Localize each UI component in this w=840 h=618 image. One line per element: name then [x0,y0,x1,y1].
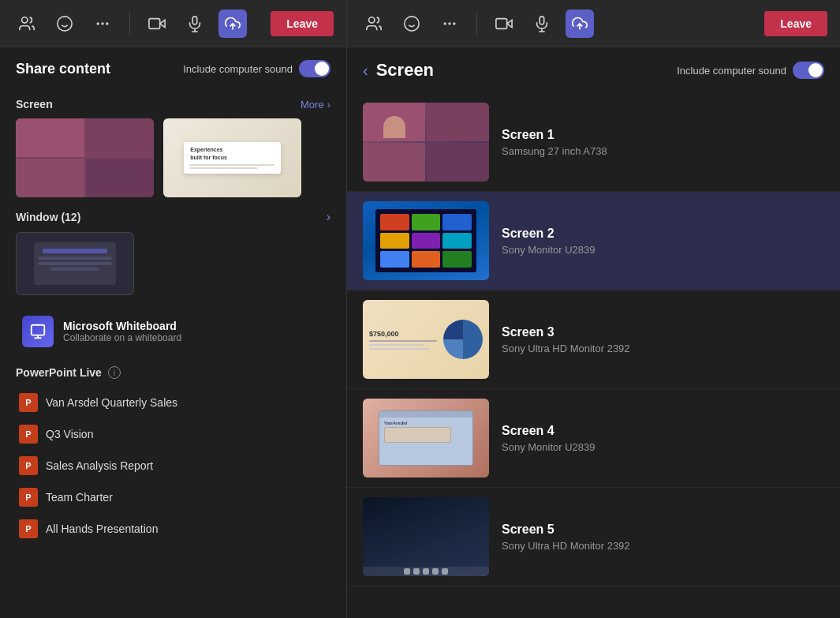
whiteboard-icon [22,316,54,347]
ppt-item-2[interactable]: P Sales Analysis Report [16,450,330,481]
svg-point-4 [97,22,99,24]
screen-name-2: Screen 2 [502,227,824,241]
whiteboard-title: Microsoft Whiteboard [63,320,181,332]
window-section-title: Window (12) [16,211,80,223]
right-leave-button[interactable]: Leave [764,11,827,36]
whiteboard-subtitle: Collaborate on a whiteboard [63,332,181,343]
svg-point-1 [58,16,72,30]
more-options-icon[interactable] [88,9,117,38]
mic-icon[interactable] [181,9,209,38]
screen-info-3: Screen 3 Sony Ultra HD Monitor 2392 [502,325,824,354]
screen-preview-1 [363,103,489,182]
screen-name-3: Screen 3 [502,325,824,339]
people-icon[interactable] [13,9,41,38]
back-arrow-icon[interactable]: ‹ [363,62,368,80]
screen-item-1[interactable]: Screen 1 Samsung 27 inch A738 [347,93,840,192]
ppt-item-3[interactable]: P Team Charter [16,481,330,513]
right-include-sound-toggle[interactable] [793,62,824,79]
share-screen-icon[interactable] [218,9,247,38]
screen-section-title: Screen [376,60,434,81]
screen-info-2: Screen 2 Sony Monitor U2839 [502,227,824,256]
share-content-title: Share content [16,61,110,77]
window-thumbnail[interactable] [16,232,134,295]
screen-info-5: Screen 5 Sony Ultra HD Monitor 2392 [502,522,824,552]
screen-thumb-2[interactable]: Experiences built for focus [163,118,301,197]
screen-name-4: Screen 4 [502,424,824,438]
window-section-header[interactable]: Window (12) › [16,210,330,224]
svg-point-20 [444,22,446,24]
screen-back-header: ‹ Screen Include computer sound [347,47,840,93]
screen-info-1: Screen 1 Samsung 27 inch A738 [502,128,824,157]
screen-list: Screen 1 Samsung 27 inch A738 [347,93,840,618]
svg-marker-23 [507,20,512,27]
mac-desktop [363,497,489,576]
back-title-group: ‹ Screen [363,60,434,81]
svg-rect-8 [149,18,160,28]
svg-point-22 [453,22,455,24]
right-people-icon[interactable] [360,9,388,38]
screen-desc-2: Sony Monitor U2839 [502,244,824,256]
right-mic-icon[interactable] [528,9,556,38]
whiteboard-item[interactable]: Microsoft Whiteboard Collaborate on a wh… [16,308,330,355]
screen-desc-3: Sony Ultra HD Monitor 2392 [502,343,824,354]
right-include-sound-label: Include computer sound [677,65,786,77]
include-sound-control[interactable]: Include computer sound [183,60,330,77]
ppt-item-0[interactable]: P Van Arsdel Quarterly Sales [16,387,330,418]
screen-thumbnails: Experiences built for focus [16,118,330,197]
ppt-name-3: Team Charter [46,491,113,504]
ppt-section-title: PowerPoint Live [16,366,102,379]
right-topbar: Leave [347,0,840,47]
screen-info-4: Screen 4 Sony Monitor U2839 [502,424,824,453]
svg-rect-24 [496,18,507,28]
ppt-file-list: P Van Arsdel Quarterly Sales P Q3 Vision… [16,387,330,545]
share-content-header: Share content Include computer sound [0,47,346,84]
ppt-item-1[interactable]: P Q3 Vision [16,418,330,450]
screen-item-5[interactable]: Screen 5 Sony Ultra HD Monitor 2392 [347,488,840,586]
svg-point-21 [448,22,450,24]
screen-item-2[interactable]: Screen 2 Sony Monitor U2839 [347,192,840,290]
screen-item-3[interactable]: $750,000 Screen 3 Sony Ultra HD Monitor … [347,290,840,389]
svg-rect-13 [32,325,45,335]
screen-desc-5: Sony Ultra HD Monitor 2392 [502,540,824,552]
svg-point-5 [101,22,103,24]
leave-button[interactable]: Leave [271,11,334,36]
right-share-icon[interactable] [566,9,594,38]
right-panel: Leave ‹ Screen Include computer sound [347,0,840,618]
right-include-sound-control[interactable]: Include computer sound [677,62,824,79]
right-toolbar-divider [476,12,477,36]
chart-pie [443,320,483,359]
ppt-icon-0: P [19,393,38,412]
ppt-name-4: All Hands Presentation [46,522,158,535]
right-more-icon[interactable] [435,9,464,38]
screen-thumb-1[interactable] [16,118,154,197]
emoji-icon[interactable] [50,9,79,38]
right-emoji-icon[interactable] [398,9,426,38]
ppt-name-1: Q3 Vision [46,428,93,440]
screen-section-title: Screen [16,98,53,110]
more-link[interactable]: More › [301,99,330,110]
win-start-menu [375,209,476,272]
include-sound-toggle[interactable] [299,60,330,77]
ppt-info-icon: i [108,366,121,379]
include-sound-label: Include computer sound [183,63,293,75]
chevron-right-icon: › [327,99,330,110]
right-video-icon[interactable] [490,9,518,38]
ppt-section-header: PowerPoint Live i [16,366,330,379]
svg-point-16 [369,17,375,22]
screen-name-5: Screen 5 [502,522,824,537]
svg-marker-7 [160,20,165,27]
video-icon[interactable] [143,9,171,38]
screen-desc-1: Samsung 27 inch A738 [502,145,824,157]
ppt-name-2: Sales Analysis Report [46,459,153,472]
svg-point-6 [106,22,108,24]
screen-item-4[interactable]: VanArsdel Screen 4 Sony Monitor U2839 [347,389,840,488]
share-content-panel: Screen More › Experiences built f [0,84,346,618]
screen-preview-5 [363,497,489,576]
screen-section-header: Screen More › [16,98,330,110]
screen-preview-3: $750,000 [363,300,489,379]
right-toolbar-icons [360,9,594,38]
screen-preview-2 [363,201,489,280]
svg-rect-9 [192,16,197,24]
left-toolbar-icons [13,9,247,38]
ppt-item-4[interactable]: P All Hands Presentation [16,513,330,545]
